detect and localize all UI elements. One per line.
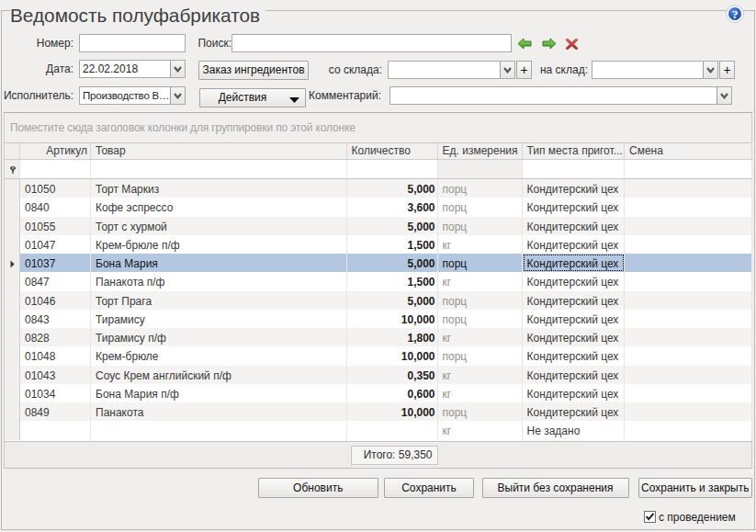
- svg-text:?: ?: [732, 7, 739, 21]
